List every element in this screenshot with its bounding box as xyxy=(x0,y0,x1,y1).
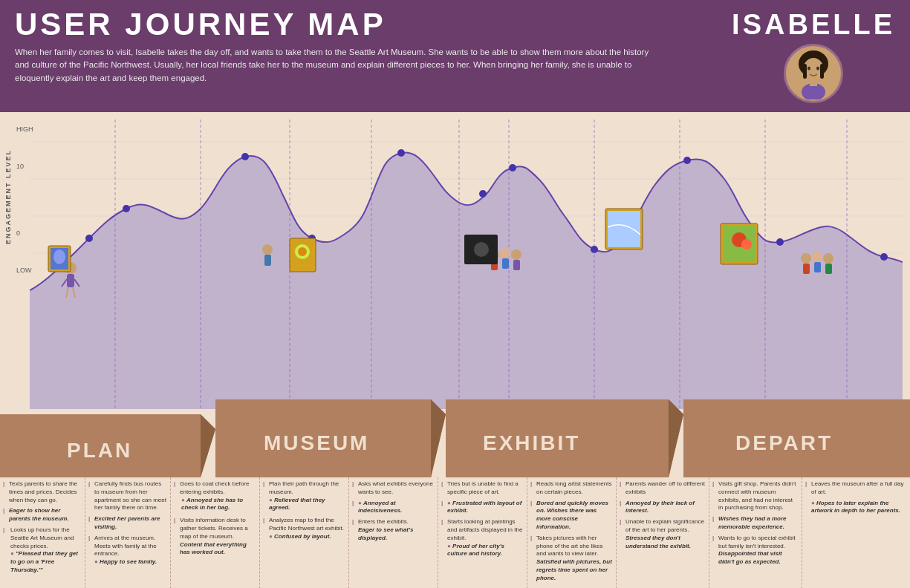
svg-text:EXHIBIT: EXHIBIT xyxy=(483,431,580,454)
svg-point-58 xyxy=(801,253,811,264)
content-item-bottom: | Arrives at the museum. Meets with fami… xyxy=(88,535,167,566)
svg-marker-75 xyxy=(669,399,683,477)
content-col-7: | Reads long artist statements on certai… xyxy=(527,477,617,588)
content-item-bottom: | Takes pictures with her phone of the a… xyxy=(530,535,613,583)
content-item-bottom: | Starts looking at paintings and artifa… xyxy=(441,518,524,558)
content-col-5: | Asks what exhibits everyone wants to s… xyxy=(349,477,438,588)
svg-rect-7 xyxy=(810,80,817,86)
svg-point-67 xyxy=(741,239,752,249)
svg-point-13 xyxy=(85,235,93,242)
svg-rect-57 xyxy=(608,211,640,247)
header: USER JOURNEY MAP When her family comes t… xyxy=(0,0,910,112)
header-right: ISABELLE xyxy=(732,9,895,103)
svg-point-18 xyxy=(479,190,487,197)
svg-point-50 xyxy=(500,248,510,258)
content-item: ● Hopes to later explain the artwork in … xyxy=(805,500,907,516)
content-item-bottom: | Visits information desk to gather tick… xyxy=(174,517,256,557)
content-col-1: | Texts parents to share the times and p… xyxy=(0,477,85,588)
content-item-bottom: | Looks up hours for the Seattle Art Mus… xyxy=(3,526,82,575)
header-description: When her family comes to visit, Isabelle… xyxy=(15,46,661,85)
content-rows: | Texts parents to share the times and p… xyxy=(0,477,910,588)
stage-platform: PLAN MUSEUM EXHIBIT DEPART xyxy=(0,392,910,477)
svg-rect-44 xyxy=(264,255,271,266)
svg-point-52 xyxy=(511,249,521,260)
svg-text:PLAN: PLAN xyxy=(67,439,132,462)
content-col-9: | Visits gift shop. Parents didn't conne… xyxy=(709,477,802,588)
svg-point-4 xyxy=(807,67,810,71)
content-item: | ● Annoyed at indecisiveness. xyxy=(352,500,435,516)
content-col-6: | Tries but is unable to find a specific… xyxy=(438,477,527,588)
svg-point-15 xyxy=(241,153,249,160)
main-content: ENGAGEMENT LEVEL HIGH 10 0 LOW xyxy=(0,112,910,588)
content-item: | Plan their path through the museum. ● … xyxy=(263,480,345,512)
content-item: | Goes to coat check before entering exh… xyxy=(174,480,256,512)
content-item: | Asks what exhibits everyone wants to s… xyxy=(352,480,435,497)
content-col-10: | Leaves the museum after a full day of … xyxy=(802,477,910,588)
svg-point-42 xyxy=(53,249,65,264)
content-item: | Parents wander off to different exhibi… xyxy=(620,480,706,497)
content-item: | Carefully finds bus routes to museum f… xyxy=(88,480,167,512)
content-col-4: | Plan their path through the museum. ● … xyxy=(260,477,349,588)
svg-text:MUSEUM: MUSEUM xyxy=(264,431,369,454)
content-item-bottom: | Analyzes map to find the Pacific North… xyxy=(263,517,345,540)
page-title: USER JOURNEY MAP xyxy=(15,9,732,40)
svg-rect-59 xyxy=(803,264,810,274)
svg-point-60 xyxy=(812,252,822,262)
persona-name: ISABELLE xyxy=(732,9,895,41)
content-item: | Visits gift shop. Parents didn't conne… xyxy=(712,480,799,512)
svg-point-19 xyxy=(509,164,516,172)
content-item: | Eager to show her parents the museum. xyxy=(3,507,82,523)
content-col-8: | Parents wander off to different exhibi… xyxy=(617,477,709,588)
svg-point-23 xyxy=(880,253,888,261)
svg-rect-51 xyxy=(502,258,509,269)
content-item: | ● Frustrated with layout of exhibit. xyxy=(441,500,524,516)
content-item: | Wishes they had a more memorable exper… xyxy=(712,515,799,532)
svg-point-22 xyxy=(776,238,784,246)
svg-point-17 xyxy=(397,149,405,157)
content-item: | Tries but is unable to find a specific… xyxy=(441,480,524,497)
svg-rect-35 xyxy=(67,274,74,287)
content-item: | Leaves the museum after a full day of … xyxy=(805,480,907,497)
svg-point-62 xyxy=(823,253,833,264)
svg-marker-69 xyxy=(201,414,215,477)
header-left: USER JOURNEY MAP When her family comes t… xyxy=(15,9,732,85)
content-item-bottom: | Enters the exhibits. Eager to see what… xyxy=(352,518,435,542)
svg-rect-53 xyxy=(513,260,520,270)
svg-point-21 xyxy=(683,157,691,164)
content-item: | Excited her parents are visiting. xyxy=(88,515,167,532)
svg-rect-2 xyxy=(803,64,807,79)
content-item-bottom: | Wants to go to special exhibit but fam… xyxy=(712,535,799,566)
svg-point-5 xyxy=(816,67,819,71)
content-col-3: | Goes to coat check before entering exh… xyxy=(171,477,260,588)
svg-point-55 xyxy=(474,242,489,257)
content-item: | Texts parents to share the times and p… xyxy=(3,480,82,504)
svg-rect-63 xyxy=(825,264,832,274)
svg-point-47 xyxy=(298,247,307,256)
svg-marker-72 xyxy=(431,399,446,477)
content-item-bottom: | Unable to explain significance of the … xyxy=(620,518,706,550)
content-item: | Reads long artist statements on certai… xyxy=(530,480,613,497)
journey-chart xyxy=(30,120,903,409)
content-item: | Annoyed by their lack of interest. xyxy=(620,500,706,516)
svg-rect-61 xyxy=(814,262,821,272)
content-item: | Bored and quickly moves on. Wishes the… xyxy=(530,500,613,532)
avatar-illustration xyxy=(787,48,839,99)
y-axis-label: ENGAGEMENT LEVEL xyxy=(4,149,12,244)
figures-depart xyxy=(801,252,833,274)
svg-point-43 xyxy=(262,244,273,255)
content-col-2: | Carefully finds bus routes to museum f… xyxy=(85,477,171,588)
svg-rect-3 xyxy=(820,64,824,79)
svg-text:DEPART: DEPART xyxy=(735,431,833,454)
avatar xyxy=(784,44,843,103)
svg-point-14 xyxy=(123,205,130,212)
